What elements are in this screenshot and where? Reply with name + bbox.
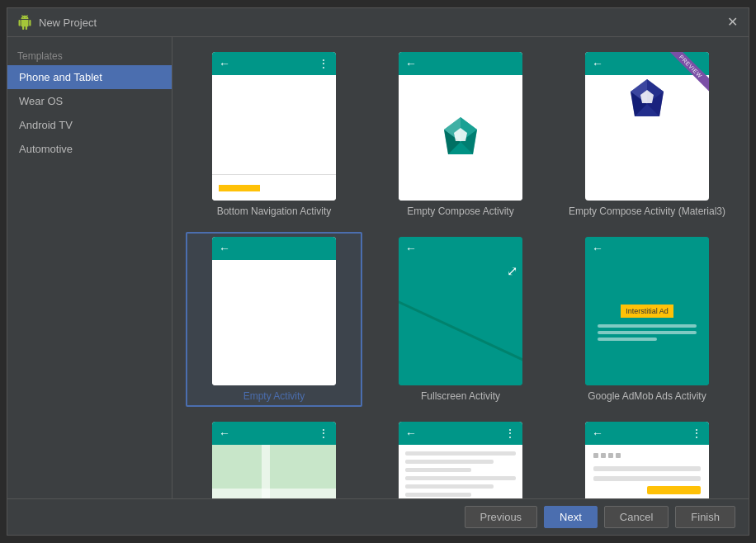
finish-button[interactable]: Finish <box>675 506 735 528</box>
phone-body-6: Interstitial Ad <box>585 260 709 385</box>
ad-lines <box>598 324 697 341</box>
main-area: ← ⋮ Bottom Navigation Activity ← <box>172 37 749 498</box>
template-preview-admob: ← Interstitial Ad <box>585 237 709 385</box>
template-preview-empty-activity: ← <box>212 237 336 385</box>
login-submit-button <box>647 486 701 494</box>
bottom-nav-bar <box>212 174 336 201</box>
cancel-button[interactable]: Cancel <box>604 506 669 528</box>
phone-top-bar-7: ← ⋮ <box>212 422 336 445</box>
template-card-admob[interactable]: ← Interstitial Ad <box>559 232 735 407</box>
template-card-map[interactable]: ← ⋮ 📍 Google Maps Activity <box>186 417 362 498</box>
template-label-empty-compose-m3: Empty Compose Activity (Material3) <box>569 205 725 217</box>
dots-menu-icon-7: ⋮ <box>318 427 329 440</box>
template-label-bottom-nav: Bottom Navigation Activity <box>217 205 332 217</box>
phone-body-4 <box>212 260 336 385</box>
phone-top-bar-4: ← <box>212 237 336 260</box>
title-bar: New Project ✕ <box>7 8 749 37</box>
phone-top-bar-2: ← <box>399 52 522 75</box>
scroll-line-3 <box>405 468 471 472</box>
diagonal-overlay <box>399 252 522 385</box>
scroll-line-6 <box>405 493 471 497</box>
phone-top-bar-9: ← ⋮ <box>585 422 709 445</box>
ad-line-1 <box>598 324 697 328</box>
phone-body-9 <box>585 445 709 498</box>
title-bar-left: New Project <box>17 15 97 30</box>
template-preview-bottom-nav: ← ⋮ <box>212 52 336 201</box>
compose-gem-icon <box>436 113 485 163</box>
template-grid: ← ⋮ Bottom Navigation Activity ← <box>186 47 735 498</box>
template-card-login[interactable]: ← ⋮ <box>559 417 735 498</box>
scroll-line-1 <box>405 451 516 456</box>
back-arrow-icon-6: ← <box>592 242 603 255</box>
dots-menu-icon-9: ⋮ <box>691 427 702 440</box>
back-arrow-icon-3: ← <box>592 57 603 70</box>
phone-top-bar-8: ← ⋮ <box>399 422 522 445</box>
previous-button[interactable]: Previous <box>465 506 538 528</box>
template-preview-login: ← ⋮ <box>585 422 709 498</box>
ad-line-3 <box>598 338 657 341</box>
template-preview-map: ← ⋮ 📍 <box>212 422 336 498</box>
sidebar-item-wear-os[interactable]: Wear OS <box>7 89 172 113</box>
new-project-dialog: New Project ✕ Templates Phone and Tablet… <box>7 7 749 536</box>
login-stars <box>593 453 701 458</box>
sidebar: Templates Phone and Tablet Wear OS Andro… <box>7 37 172 498</box>
map-road-h <box>212 489 336 498</box>
footer: Previous Next Cancel Finish <box>7 498 749 535</box>
login-field-1 <box>593 466 701 471</box>
dots-menu-icon-8: ⋮ <box>504 427 516 440</box>
template-card-fullscreen[interactable]: ← ⤢ Fullscreen Activity <box>372 232 549 407</box>
sidebar-header: Templates <box>7 44 172 65</box>
template-card-empty-compose-m3[interactable]: PREVIEW ← <box>559 47 735 222</box>
close-button[interactable]: ✕ <box>725 16 739 29</box>
template-card-empty-activity[interactable]: ← Empty Activity <box>186 232 362 407</box>
template-card-bottom-nav[interactable]: ← ⋮ Bottom Navigation Activity <box>186 47 362 222</box>
template-preview-scrolling: ← ⋮ + <box>399 422 522 498</box>
ad-line-2 <box>598 331 697 334</box>
back-arrow-icon-9: ← <box>592 427 603 440</box>
template-preview-empty-compose: ← <box>399 52 522 201</box>
interstitial-ad-box: Interstitial Ad <box>621 305 673 318</box>
next-button[interactable]: Next <box>544 506 598 528</box>
phone-body-5: ⤢ <box>399 260 522 385</box>
phone-body-8: + <box>399 445 522 498</box>
template-label-empty-compose: Empty Compose Activity <box>407 205 513 217</box>
template-label-admob: Google AdMob Ads Activity <box>588 390 706 402</box>
phone-body-7: 📍 <box>212 445 336 498</box>
sidebar-item-android-tv[interactable]: Android TV <box>7 113 172 137</box>
sidebar-item-phone-tablet[interactable]: Phone and Tablet <box>7 65 172 89</box>
template-label-empty-activity: Empty Activity <box>243 390 305 402</box>
bottom-nav-home <box>219 185 260 191</box>
template-preview-fullscreen: ← ⤢ <box>399 237 522 385</box>
preview-badge: PREVIEW <box>664 52 709 93</box>
scroll-line-4 <box>405 476 516 480</box>
android-icon <box>17 15 32 30</box>
dots-menu-icon: ⋮ <box>318 57 329 70</box>
phone-top-bar-6: ← <box>585 237 709 260</box>
template-preview-empty-compose-m3: PREVIEW ← <box>585 52 709 201</box>
map-road-v <box>262 445 270 498</box>
back-arrow-icon-8: ← <box>405 427 417 440</box>
login-field-2 <box>593 476 701 481</box>
scroll-line-2 <box>405 460 494 464</box>
sidebar-item-automotive[interactable]: Automotive <box>7 137 172 161</box>
back-arrow-icon: ← <box>219 57 230 70</box>
map-pin-icon: 📍 <box>260 498 289 499</box>
phone-top-bar: ← ⋮ <box>212 52 336 75</box>
back-arrow-icon-7: ← <box>219 427 230 440</box>
template-card-empty-compose[interactable]: ← <box>372 47 549 222</box>
back-arrow-icon-2: ← <box>405 57 417 70</box>
back-arrow-icon-4: ← <box>219 242 230 255</box>
template-label-fullscreen: Fullscreen Activity <box>421 390 500 402</box>
template-card-scrolling[interactable]: ← ⋮ + ↓ <box>372 417 549 498</box>
content-area: Templates Phone and Tablet Wear OS Andro… <box>7 37 749 498</box>
phone-body <box>212 75 336 174</box>
dialog-title: New Project <box>39 17 97 29</box>
phone-body-2 <box>399 75 522 201</box>
scroll-line-5 <box>405 484 494 489</box>
